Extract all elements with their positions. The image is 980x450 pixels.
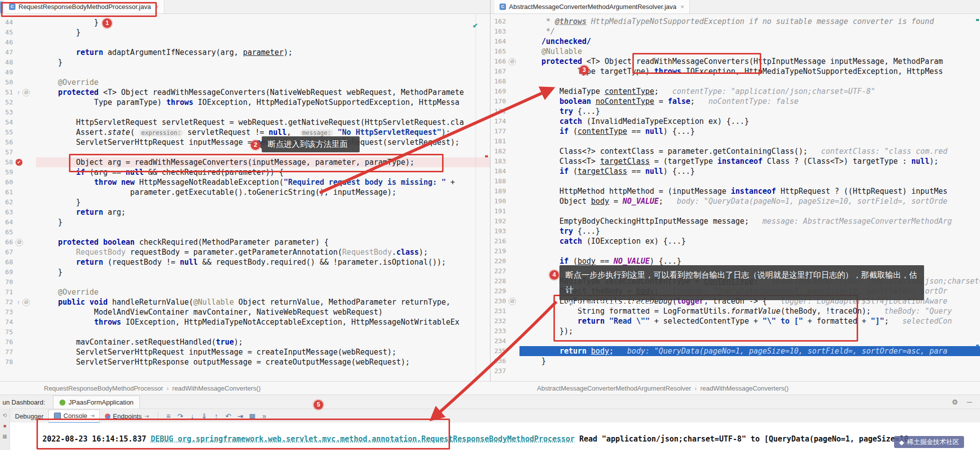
line-number: 182 [490,146,506,156]
code-line: 234 [490,336,980,346]
show-execution-point-icon[interactable]: ≡ [162,412,174,420]
breadcrumb-method[interactable]: readWithMessageConverters() [700,385,789,392]
code-segment [40,178,94,187]
code-text: protected boolean checkRequired(MethodPa… [36,237,490,247]
code-segment: traceDebug [627,297,672,306]
drop-frame-icon[interactable]: ↶ [222,412,234,420]
code-text: return adaptArgumentIfNecessary(arg, par… [36,47,490,57]
code-line: 44 } [0,17,490,27]
code-text [36,67,490,77]
code-segment: mavContainer.setRequestHandled( [40,338,216,347]
gutter: 72↑@ [0,297,36,307]
gutter: 181 [490,136,519,146]
error-stripe-exec-mark[interactable] [976,345,979,347]
code-segment: ServletServerHttpRequest inputMessage = [40,138,256,147]
line-number: 231 [490,306,506,316]
tab-debugger[interactable]: Debugger [10,410,48,423]
code-segment: arg; [103,208,125,217]
code-text: Class<T> targetClass = (targetType insta… [519,156,980,166]
code-segment: public void [58,298,107,307]
code-line: 190 Object body = NO_VALUE; body: "Query… [490,196,980,206]
close-icon[interactable]: × [680,3,684,10]
code-segment: ) {...} [650,257,681,266]
line-number: 216 [490,236,506,246]
breakpoint-icon[interactable]: ✔ [15,159,22,166]
close-icon[interactable]: × [155,3,159,10]
line-number: 177 [490,126,506,136]
step-out-icon[interactable]: ↑ [210,412,222,420]
rerun-icon[interactable]: ⟲ [2,413,6,418]
tab-request-response-body-method-processor[interactable]: C RequestResponseBodyMethodProcessor.jav… [4,0,164,13]
gutter: 183 [490,156,519,166]
gutter: 184 [490,166,519,176]
gutter-icons: @ [506,58,519,65]
step-over-icon[interactable]: ↷ [174,412,186,420]
breadcrumb-right: AbstractMessageConverterMethodArgumentRe… [490,385,980,392]
code-text: @Nullable [519,46,980,56]
tab-abstract-message-converter-method-argument-resolver[interactable]: C AbstractMessageConverterMethodArgument… [494,0,690,13]
spring-boot-icon [59,400,65,406]
code-segment: formatValue [731,307,780,316]
force-step-into-icon[interactable]: ⇓ [198,412,210,420]
code-segment: "Required request body is missing: " [284,178,446,187]
gutter: 216 [490,236,519,246]
more-options-icon[interactable]: » [258,412,270,420]
step-into-icon[interactable]: ↓ [186,412,198,420]
code-segment: throw [94,178,116,187]
gutter: 50 [0,77,36,87]
code-segment [541,317,577,326]
minimize-icon[interactable]: ─ [967,398,972,406]
stop-icon[interactable]: ■ [3,423,6,429]
tab-endpoints[interactable]: Endpoints⇥ [100,410,154,423]
gear-icon[interactable]: ⚙ [952,398,959,406]
code-segment [40,208,76,217]
code-segment: parameter [243,48,283,57]
code-segment: if [559,257,568,266]
line-number: 165 [490,46,506,56]
gutter: 44 [0,17,36,27]
code-segment: instanceof [731,187,776,196]
right-code-area[interactable]: 162 * @throws HttpMediaTypeNotSupportedE… [490,13,980,381]
code-segment: true [216,338,234,347]
code-segment: contentType [577,127,627,136]
step-badge-4: 4 [549,270,559,280]
code-line: 48 } [0,57,490,67]
console-log: 2022-08-23 16:14:15.837 DEBUG org.spring… [10,434,980,450]
code-line: 75 [0,327,490,337]
code-line: 189 HttpMethod httpMethod = (inputMessag… [490,186,980,196]
code-segment: handleReturnValue( [107,298,193,307]
line-number: 50 [0,77,13,87]
code-segment: ; [654,287,672,296]
left-code-area[interactable]: 44 }45 }4647 return adaptArgumentIfNeces… [0,13,490,381]
layout-icon[interactable]: ▦ [2,434,7,439]
endpoints-icon [105,414,110,419]
error-stripe-breakpoint-mark[interactable] [485,155,488,157]
gutter: 49 [0,67,36,77]
code-text: return body; body: "QueryData(pageNo=1, … [519,346,980,356]
code-line: 170 boolean noContentType = false; noCon… [490,96,980,106]
code-text: } [36,197,490,207]
gutter: 232 [490,316,519,326]
code-segment: return [76,208,103,217]
breadcrumb-method[interactable]: readWithMessageConverters() [172,385,261,392]
code-text: throw new HttpMessageNotReadableExceptio… [36,177,490,187]
right-tabbar: C AbstractMessageConverterMethodArgument… [490,0,980,14]
line-number: 164 [490,36,506,46]
line-number: 166 [490,56,506,66]
tab-jpaas-form-application[interactable]: JPaasFormApplication [53,396,140,409]
code-text: @Override [36,287,490,297]
line-number: 60 [0,177,13,187]
code-text: return "Read \"" + selectedContentType +… [519,316,980,326]
console-output[interactable]: 2022-08-23 16:14:15.837 DEBUG org.spring… [10,423,980,450]
breadcrumb-bar: RequestResponseBodyMethodProcessor › rea… [0,381,980,395]
code-segment: targetClass [600,157,649,166]
breadcrumb-class[interactable]: AbstractMessageConverterMethodArgumentRe… [537,385,691,392]
breadcrumb-class[interactable]: RequestResponseBodyMethodProcessor [44,385,163,392]
view-breakpoints-icon[interactable]: ▦ [246,412,258,420]
error-stripe-ok-mark[interactable] [976,19,979,21]
tab-console[interactable]: Console⇥ [48,410,100,423]
code-text: boolean noContentType = false; noContent… [519,96,980,106]
run-to-cursor-icon[interactable]: ⇥ [234,412,246,420]
code-segment: && checkRequired(parameter)) { [144,168,284,177]
breadcrumb-separator: › [166,385,168,392]
